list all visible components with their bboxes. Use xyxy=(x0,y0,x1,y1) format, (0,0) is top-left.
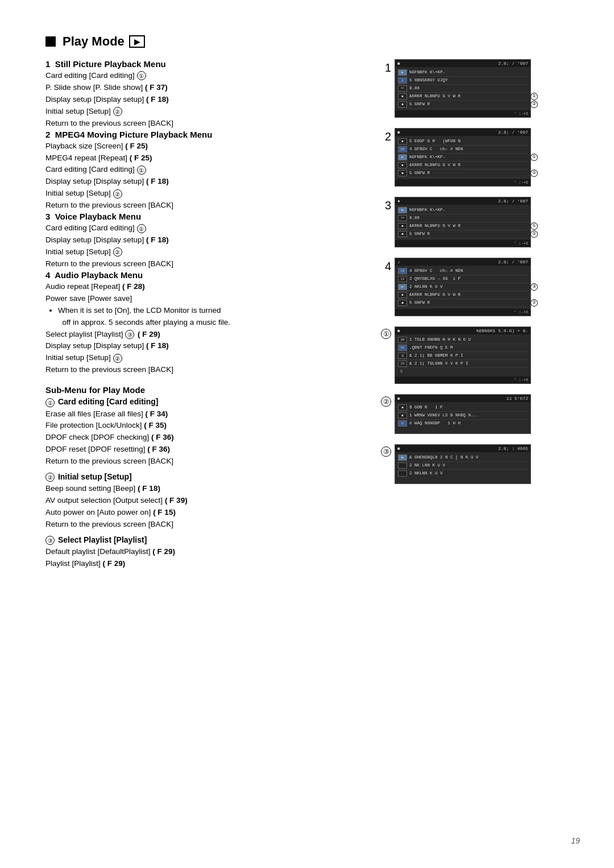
screen-group-3: 3 ●2.8; / '007 ► %GFNBFK K\+KP- ss 8.88 xyxy=(381,197,540,247)
black-square-icon xyxy=(45,36,56,47)
screen-3: ●2.8; / '007 ► %GFNBFK K\+KP- ss 8.88 ■ … xyxy=(395,197,531,247)
screen-group-4: 4 ♪2.8; / '007 CD 4 GFBGV C ch☆ # NEN 12… xyxy=(381,258,540,316)
s4-item-2: Select playlist [Playlist] ③ ( F 29) xyxy=(45,329,364,341)
screen-ann1: ■%8BN8K5 5.8-G) + 0. GN 1 TGLB GNHBN N H… xyxy=(395,326,531,384)
screen-group-ann1: ① ■%8BN8K5 5.8-G) + 0. GN 1 TGLB GNHBN N… xyxy=(381,326,540,384)
s2-item-0: Playback size [Screen] ( F 25) xyxy=(45,140,364,152)
section-2: 2 MPEG4 Moving Picture Playback Menu Pla… xyxy=(45,130,364,212)
screen-group-1: 1 ■2.8; / '007 ► %GFNBFK K\+KP- 2 5 8BNS… xyxy=(381,59,540,118)
sub-menu: Sub-Menu for Play Mode ① Card editing [C… xyxy=(45,385,364,570)
s1-item-1: P. Slide show [P. Slide show] ( F 37) xyxy=(45,82,364,94)
sub-item-1: ① Card editing [Card editing] Erase all … xyxy=(45,397,364,468)
screen-4: ♪2.8; / '007 CD 4 GFBGV C ch☆ # NEN 12 2… xyxy=(395,258,531,316)
s2-item-1: MPEG4 repeat [Repeat] ( F 25) xyxy=(45,152,364,164)
s2-item-3: Display setup [Display setup] ( F 18) xyxy=(45,176,364,188)
sub-item-2: ② Initial setup [Setup] Beep sound setti… xyxy=(45,472,364,531)
s2-item-4: Initial setup [Setup] ② xyxy=(45,188,364,200)
s1-item-3: Initial setup [Setup] ② xyxy=(45,106,364,118)
s4-item-4: Initial setup [Setup] ② xyxy=(45,352,364,364)
left-column: 1 Still Picture Playback Menu Card editi… xyxy=(45,59,364,570)
s1-item-4: Return to the previous screen [BACK] xyxy=(45,118,364,130)
s4-item-1: Power save [Power save] xyxy=(45,293,364,305)
screen-ann3: ■2.8; : 4965 ► & GHENGBQLN 2 N C [ N K U… xyxy=(395,444,531,484)
screen-2: ■2.8; / '007 ■ 5 EGGF G R (WFUN N CD 4 G… xyxy=(395,128,531,187)
section-3: 3 Voice Playback Menu Card editing [Card… xyxy=(45,212,364,270)
s1-item-0: Card editing [Card editing] ① xyxy=(45,70,364,82)
s3-item-3: Return to the previous screen [BACK] xyxy=(45,258,364,270)
screen-group-ann3: ③ ■2.8; : 4965 ► & GHENGBQLN 2 N C [ N K… xyxy=(381,444,540,484)
screen-1: ■2.8; / '007 ► %GFNBFK K\+KP- 2 5 8BNSKR… xyxy=(395,59,531,118)
right-column: 1 ■2.8; / '007 ► %GFNBFK K\+KP- 2 5 8BNS… xyxy=(381,59,540,570)
section-1: 1 Still Picture Playback Menu Card editi… xyxy=(45,59,364,130)
s1-item-2: Display setup [Display setup] ( F 18) xyxy=(45,94,364,106)
sub-item-3: ③ Select Playlist [Playlist] Default pla… xyxy=(45,535,364,570)
screen-group-ann2: ② ■11 5'672 ◼ $ GOB R 1 P ■ 1 WRNW VGNEV… xyxy=(381,394,540,434)
screen-ann2: ■11 5'672 ◼ $ GOB R 1 P ■ 1 WRNW VGNEV L… xyxy=(395,394,531,434)
s3-item-0: Card editing [Card editing] ① xyxy=(45,222,364,234)
section-4: 4 Audio Playback Menu Audio repeat [Repe… xyxy=(45,270,364,376)
page-number: 19 xyxy=(571,836,580,845)
s3-item-2: Initial setup [Setup] ② xyxy=(45,246,364,258)
s4-item-0: Audio repeat [Repeat] ( F 28) xyxy=(45,281,364,293)
page-title: Play Mode ▶ xyxy=(45,34,580,49)
s4-item-3: Display setup [Display setup] ( F 18) xyxy=(45,340,364,352)
screen-group-2: 2 ■2.8; / '007 ■ 5 EGGF G R (WFUN N CD 4… xyxy=(381,128,540,187)
s4-bullet: When it is set to [On], the LCD Monitor … xyxy=(58,305,364,329)
s3-item-1: Display setup [Display setup] ( F 18) xyxy=(45,234,364,246)
s2-item-2: Card editing [Card editing] ① xyxy=(45,164,364,176)
s4-item-5: Return to the previous screen [BACK] xyxy=(45,364,364,376)
play-icon-box: ▶ xyxy=(129,35,145,48)
s2-item-5: Return to the previous screen [BACK] xyxy=(45,200,364,212)
